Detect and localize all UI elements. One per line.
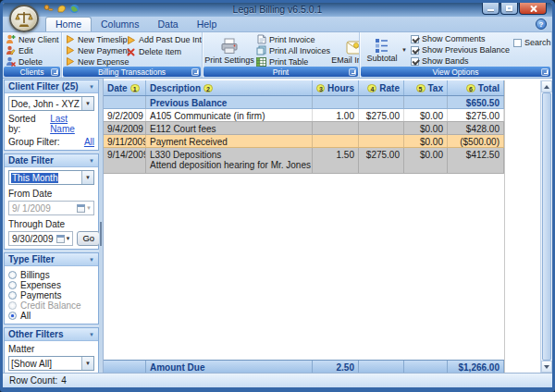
email-invoice-button[interactable]: EMail Invoice [333, 34, 359, 66]
radio-label: Payments [20, 290, 61, 300]
radio-label: Billings [20, 270, 50, 280]
show-bands-checkbox[interactable]: Show Bands [411, 56, 510, 66]
tab-home[interactable]: Home [45, 17, 92, 31]
print-all-invoices-button[interactable]: Print All Invoices [256, 45, 330, 55]
subtotal-button[interactable]: Subtotal [363, 37, 401, 64]
chevron-down-icon: ▼ [86, 205, 92, 211]
app-menu-orb[interactable] [9, 5, 39, 32]
scrollbar-thumb[interactable] [542, 92, 551, 361]
combo-dropdown-button[interactable]: ▼ [81, 97, 93, 110]
print-table-button[interactable]: Print Table [256, 56, 330, 67]
date-filter-header[interactable]: Date Filter▼ [5, 154, 98, 167]
edit-client-button[interactable]: Edit [6, 45, 59, 55]
radio-expenses[interactable]: Expenses [8, 280, 94, 289]
chevron-down-icon: ▼ [66, 236, 71, 241]
other-filters-panel: Other Filters▼ Matter [Show All] ▼ Invoi… [4, 327, 99, 373]
table-row-previous-balance[interactable]: Previous Balance $650.50 [104, 96, 504, 109]
delete-item-button[interactable]: Delete Item [126, 46, 202, 57]
checkbox-label: Show Comments [422, 34, 486, 43]
delete-client-button[interactable]: Delete [6, 56, 59, 67]
tab-data[interactable]: Data [148, 18, 187, 31]
column-header-hours[interactable]: 3Hours [313, 80, 359, 95]
through-date-field[interactable]: 9/30/2009 ▼ [8, 231, 73, 246]
radio-all[interactable]: All [8, 311, 94, 320]
minimize-button[interactable] [482, 3, 500, 15]
filter-sidebar: Client Filter (25)▼ Doe, John - XYZ Corp… [3, 79, 99, 373]
table-row-payment[interactable]: 9/11/2009 Payment Received $0.00 ($500.0… [104, 135, 504, 148]
from-date-label: From Date [8, 189, 94, 199]
new-payment-button[interactable]: New Payment [65, 45, 122, 55]
checkbox-icon [411, 46, 419, 55]
radio-billings[interactable]: Billings [8, 270, 94, 279]
print-settings-button[interactable]: Print Settings [205, 34, 253, 66]
checkbox-label: Show Previous Balance [422, 45, 510, 55]
radio-credit-balance[interactable]: Credit Balance [8, 300, 94, 310]
document-icon [256, 34, 266, 44]
column-header-rate[interactable]: 4Rate [359, 80, 404, 95]
from-date-field[interactable]: 9/ 1/2009 ▼ [8, 201, 94, 215]
column-header-total[interactable]: 6Total [448, 80, 504, 95]
help-button[interactable]: ? [536, 18, 547, 30]
radio-icon [8, 271, 17, 279]
scroll-down-button[interactable] [541, 361, 552, 373]
search-footer-checkbox[interactable]: Search Footer [513, 37, 551, 48]
show-previous-balance-checkbox[interactable]: Show Previous Balance [411, 45, 510, 55]
column-badge: 1 [130, 84, 140, 92]
type-filter-header[interactable]: Type Filter▼ [5, 253, 98, 266]
scroll-up-button[interactable] [541, 80, 552, 92]
main-area: Client Filter (25)▼ Doe, John - XYZ Corp… [3, 79, 552, 373]
table-header-row: Date1 Description2 3Hours 4Rate 5Tax [104, 80, 504, 96]
combo-dropdown-button[interactable]: ▼ [81, 171, 93, 184]
subtotal-dropdown-arrow[interactable]: ▼ [401, 47, 407, 53]
print-invoice-button[interactable]: Print Invoice [256, 34, 330, 44]
through-date-label: Through Date [8, 219, 94, 229]
column-header-tax[interactable]: 5Tax [404, 80, 448, 95]
envelope-icon [346, 41, 359, 55]
group-expander-icon[interactable] [191, 68, 199, 76]
close-button[interactable] [519, 3, 547, 15]
vertical-scrollbar[interactable] [540, 80, 552, 373]
printer-icon [219, 37, 240, 55]
date-preset-select[interactable]: This Month ▼ [8, 170, 94, 185]
add-past-due-interest-button[interactable]: Add Past Due Interest [126, 34, 202, 45]
billing-grid-area: Date1 Description2 3Hours 4Rate 5Tax [103, 79, 552, 373]
new-client-button[interactable]: New Client [6, 34, 59, 44]
radio-payments[interactable]: Payments [8, 290, 94, 300]
column-header-date[interactable]: Date1 [104, 80, 146, 95]
client-filter-header[interactable]: Client Filter (25)▼ [5, 80, 98, 93]
group-expander-icon[interactable] [51, 68, 58, 76]
sorted-by-label: Sorted by: [8, 114, 50, 134]
group-expander-icon[interactable] [541, 68, 549, 76]
group-expander-icon[interactable] [349, 68, 356, 76]
title-bar: Legal Billing v6.5.0.1 [3, 3, 552, 17]
ribbon-item-label: Delete [18, 57, 43, 67]
new-expense-button[interactable]: New Expense [65, 56, 122, 67]
table-row[interactable]: 9/2/2009 A105 Communicate (in firm) 1.00… [104, 109, 504, 122]
ribbon-item-label: Print Table [269, 57, 308, 67]
column-header-description[interactable]: Description2 [146, 80, 313, 95]
yellow-arrow-icon [65, 56, 75, 67]
matter-select[interactable]: [Show All] ▼ [8, 356, 94, 371]
ribbon-item-label: Edit [18, 46, 33, 55]
sorted-by-link[interactable]: Last Name [50, 114, 94, 134]
tab-columns[interactable]: Columns [92, 18, 148, 31]
go-button[interactable]: Go [77, 231, 99, 246]
checkbox-label: Show Bands [422, 56, 469, 66]
ribbon-item-label: New Client [18, 35, 59, 44]
group-filter-link[interactable]: All [84, 137, 94, 147]
ribbon-item-label: Print Settings [204, 55, 254, 65]
type-filter-panel: Type Filter▼ Billings Expenses Payments [4, 252, 99, 325]
tab-help[interactable]: Help [188, 18, 227, 31]
group-filter-label: Group Filter: [8, 137, 60, 147]
client-select[interactable]: Doe, John - XYZ Corporation ▼ [8, 96, 94, 111]
new-timeslip-button[interactable]: New Timeslip [65, 34, 122, 44]
chevron-down-icon: ▼ [89, 257, 94, 263]
combo-dropdown-button[interactable]: ▼ [81, 357, 93, 370]
table-row[interactable]: 9/4/2009 E112 Court fees $0.00 $428.00 [104, 122, 504, 135]
table-row[interactable]: 9/14/2009 L330 Depositions Attend deposi… [104, 148, 504, 174]
ribbon-item-label: New Payment [78, 46, 130, 55]
show-comments-checkbox[interactable]: Show Comments [411, 34, 510, 43]
maximize-button[interactable] [500, 3, 518, 15]
ribbon-group-print: Print Settings Print Invoice Print All I… [203, 32, 360, 78]
other-filters-header[interactable]: Other Filters▼ [5, 328, 98, 341]
